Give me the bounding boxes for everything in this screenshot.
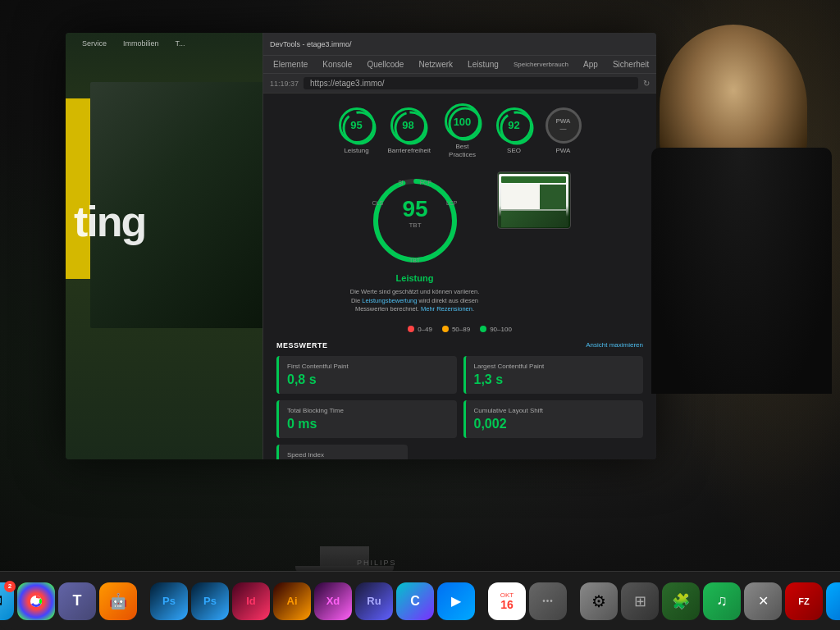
legend-green: 90–100	[480, 326, 512, 333]
timestamp: 11:19:37	[270, 80, 299, 88]
metric-cls-value: 0,002	[474, 417, 636, 431]
svg-point-2	[450, 108, 481, 139]
person-silhouette	[635, 0, 840, 630]
bot-icon: 🤖	[109, 592, 127, 610]
dock-xd[interactable]: Xd	[314, 582, 352, 620]
dock-teams[interactable]: T	[58, 582, 96, 620]
tab-leistung[interactable]: Leistung	[461, 57, 505, 72]
website-background: Service Immobilien T... ting	[66, 33, 279, 459]
tab-netzwerk[interactable]: Netzwerk	[412, 57, 459, 72]
gauge-label-cls: CLS	[372, 200, 384, 206]
gauge-svg-wrap: SI FCP CLS LCP 95 TBT	[366, 171, 464, 270]
dock-chrome[interactable]	[17, 582, 55, 620]
legend-label-orange: 50–89	[452, 326, 470, 333]
legend-label-red: 0–49	[418, 326, 432, 333]
dock-calendar[interactable]: OKT 16	[488, 582, 526, 620]
dock-fetch[interactable]: ↓	[826, 582, 840, 620]
url-input[interactable]: https://etage3.immo/	[304, 77, 638, 89]
dots-icon: •••	[542, 596, 554, 605]
dock-arrow[interactable]: ▶	[437, 582, 475, 620]
metric-fcp-value: 0,8 s	[287, 372, 449, 387]
dock-mail[interactable]: ✉ 2	[0, 582, 14, 620]
dock-tools[interactable]: ✕	[744, 582, 782, 620]
score-label-best: Best Practices	[442, 143, 483, 158]
metric-si: Speed Index 1,2 s	[276, 445, 408, 459]
dock-photoshop[interactable]: Ps	[150, 582, 188, 620]
tab-quellcode[interactable]: Quellcode	[360, 57, 410, 72]
svg-text:95: 95	[402, 196, 427, 221]
fz-icon: FZ	[798, 596, 809, 606]
svg-point-9	[33, 598, 39, 605]
score-circle-seo: 92	[496, 107, 532, 144]
dock-grid[interactable]: ⊞	[621, 582, 659, 620]
tab-konsole[interactable]: Konsole	[316, 57, 358, 72]
dock-photoshop2[interactable]: Ps	[191, 582, 229, 620]
legend-red: 0–49	[408, 326, 432, 333]
gauge-label-si: SI	[398, 180, 404, 185]
teams-icon: T	[73, 592, 82, 609]
dock-filezilla[interactable]: FZ	[785, 582, 823, 620]
score-leistung: 95 Leistung	[339, 107, 375, 155]
calendar-date: 16	[500, 599, 514, 610]
devtools-title: DevTools - etage3.immo/	[270, 40, 352, 48]
metric-si-name: Speed Index	[287, 451, 399, 459]
metric-fcp: First Contentful Paint 0,8 s	[276, 356, 457, 394]
metrics-header: MESSWERTE Ansicht maximieren	[276, 341, 643, 349]
id-icon: Id	[246, 595, 256, 607]
chrome-icon	[25, 591, 47, 612]
dock-canva[interactable]: C	[396, 582, 434, 620]
ps2-icon: Ps	[203, 595, 217, 607]
devtools-topbar: DevTools - etage3.immo/	[263, 33, 656, 56]
metric-lcp-value: 1,3 s	[474, 372, 636, 387]
legend-label-green: 90–100	[490, 326, 512, 333]
ps-icon: Ps	[162, 595, 176, 607]
tab-speicher[interactable]: Speicherverbrauch	[507, 57, 575, 71]
metric-tbt-value: 0 ms	[287, 417, 449, 431]
leistungsbewertung-link[interactable]: Leistungsbewertung	[362, 297, 417, 304]
ru-icon: Ru	[367, 595, 381, 607]
score-circle-best: 100	[445, 103, 481, 139]
xd-icon: Xd	[326, 595, 340, 607]
puzzle-icon: 🧩	[672, 592, 690, 610]
dock-settings[interactable]: ⚙	[580, 582, 618, 620]
gauge-title: Leistung	[396, 273, 434, 283]
devtools-panel: DevTools - etage3.immo/ Elemente Konsole…	[262, 33, 656, 459]
dock-indesign[interactable]: Id	[232, 582, 270, 620]
score-circle-barrierefreiheit: 98	[390, 107, 427, 144]
score-label-seo: SEO	[507, 147, 521, 155]
gauge-description: Die Werte sind geschätzt und können vari…	[349, 288, 481, 314]
dock-illustrator[interactable]: Ai	[273, 582, 311, 620]
legend-dot-red	[408, 326, 414, 332]
dock-dots[interactable]: •••	[529, 582, 567, 620]
dock-bar: 😊 ✉ 2 T 🤖 Ps Ps Id Ai Xd Ru	[0, 571, 840, 630]
gauge-label-lcp: LCP	[446, 200, 458, 206]
gauge-label-tbt: TBT	[409, 258, 420, 263]
website-nav: Service Immobilien T...	[66, 39, 279, 48]
lighthouse-content: 95 Leistung 98 Barrierefreiheit	[263, 94, 656, 459]
nav-other: T...	[176, 39, 185, 48]
dock-puzzle[interactable]: 🧩	[662, 582, 700, 620]
tab-app[interactable]: App	[577, 57, 605, 72]
tab-elemente[interactable]: Elemente	[267, 57, 314, 72]
devtools-tabs-bar[interactable]: Elemente Konsole Quellcode Netzwerk Leis…	[263, 56, 656, 74]
metric-cls-name: Cumulative Layout Shift	[474, 407, 636, 414]
spotify-icon: ♫	[716, 592, 728, 609]
screenshot-thumbnail	[497, 171, 571, 229]
score-best-practices: 100 Best Practices	[442, 103, 483, 158]
svg-text:TBT: TBT	[409, 221, 421, 229]
dock-rush[interactable]: Ru	[355, 582, 393, 620]
mehr-rezensionen-link[interactable]: Mehr Rezensionen	[421, 305, 472, 313]
score-circle-leistung: 95	[339, 107, 375, 144]
dock-bot[interactable]: 🤖	[99, 582, 137, 620]
mail-icon: ✉	[0, 591, 2, 612]
url-bar: 11:19:37 https://etage3.immo/ ↻	[263, 74, 656, 94]
nav-service: Service	[82, 39, 107, 48]
tools-icon: ✕	[758, 593, 769, 609]
monitor-screen: Service Immobilien T... ting DevTools - …	[66, 33, 656, 459]
gauge-label-fcp: FCP	[420, 180, 431, 185]
dock-spotify[interactable]: ♫	[703, 582, 741, 620]
main-gauge-container: SI FCP CLS LCP 95 TBT	[349, 171, 481, 314]
score-circles-row: 95 Leistung 98 Barrierefreiheit	[276, 103, 643, 158]
ai-icon: Ai	[287, 595, 298, 607]
score-barrierefreiheit: 98 Barrierefreiheit	[388, 107, 429, 155]
